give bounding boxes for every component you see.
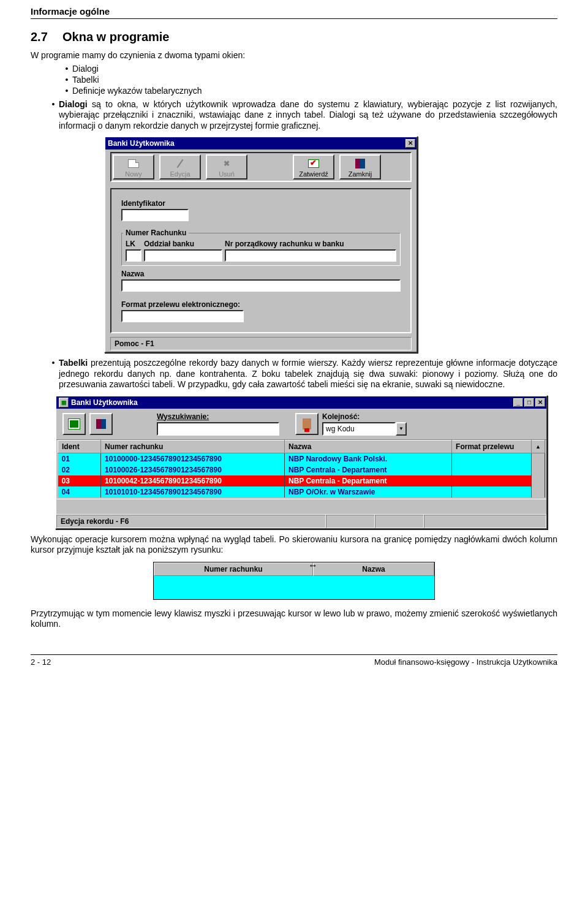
brush-button[interactable] <box>295 413 318 435</box>
door-button[interactable] <box>89 413 113 435</box>
table-row[interactable]: 0210100026-12345678901234567890NBP Centr… <box>58 464 545 475</box>
search-label: Wyszukiwanie: <box>157 412 292 421</box>
intro-bullets: •Dialogi •Tabelki •Definicje wykazów tab… <box>31 64 557 96</box>
nr-porz-label: Nr porządkowy rachunku w banku <box>225 240 396 248</box>
drag-col-nazwa: Nazwa <box>313 562 434 576</box>
maximize-icon[interactable]: □ <box>524 398 534 407</box>
identyfikator-label: Identyfikator <box>121 199 401 208</box>
grid-icon <box>68 418 80 430</box>
header-drag-figure: Numer rachunku Nazwa ↔ <box>153 562 557 600</box>
format-label: Format przelewu elektronicznego: <box>121 300 401 309</box>
tablewin-statusbar: Edycja rekordu - F6 <box>56 514 546 528</box>
status-text: Edycja rekordu - F6 <box>56 515 326 528</box>
section-title: 2.7Okna w programie <box>31 30 557 44</box>
table-row[interactable]: 0410101010-12345678901234567890NBP O/Okr… <box>58 486 545 498</box>
brush-icon <box>303 418 311 430</box>
door-icon <box>355 159 365 168</box>
dialog-screenshot: Banki Użytkownika ✕ Nowy Edycja ✖Usuń Za… <box>104 136 557 353</box>
footer-right: Moduł finansowo-księgowy - Instrukcja Uż… <box>374 657 557 667</box>
order-select[interactable] <box>322 422 396 436</box>
dialog-titlebar[interactable]: Banki Użytkownika ✕ <box>105 137 417 150</box>
pencil-icon <box>177 159 184 168</box>
para-tabelki-lead: Tabelki <box>59 358 88 368</box>
close-icon[interactable]: ✕ <box>405 139 415 148</box>
nazwa-field[interactable] <box>121 279 401 292</box>
nr-porz-field[interactable] <box>225 249 396 262</box>
tablewin-screenshot: ▦ Banki Użytkownika _ □ ✕ Wyszukiwanie: … <box>55 395 557 529</box>
grid-button[interactable] <box>62 413 86 435</box>
numer-rachunku-group: Numer Rachunku LK Oddział banku Nr porzą… <box>121 229 401 266</box>
para-after-table: Wykonując operacje kursorem można wpłyną… <box>31 534 557 556</box>
oddzial-field[interactable] <box>144 249 222 262</box>
bullet-item: Definicje wykazów tabelarycznych <box>72 86 202 96</box>
col-nazwa[interactable]: Nazwa <box>285 440 452 453</box>
doc-header: Informacje ogólne <box>31 6 557 19</box>
section-name: Okna w programie <box>62 30 170 44</box>
tablewin-titlebar[interactable]: ▦ Banki Użytkownika _ □ ✕ <box>56 396 546 409</box>
minimize-icon[interactable]: _ <box>513 398 523 407</box>
para-dialogi-block: • Dialogi są to okna, w których użytkown… <box>31 99 557 132</box>
lk-field[interactable] <box>126 249 141 262</box>
intro-text: W programie mamy do czynienia z dwoma ty… <box>31 50 557 61</box>
dialog-statusbar: Pomoc - F1 <box>110 337 412 350</box>
page-number: 2 - 12 <box>31 657 51 667</box>
order-label: Kolejność: <box>322 412 420 421</box>
close-button[interactable]: Zamknij <box>339 154 381 180</box>
check-icon <box>308 159 319 168</box>
sheet-icon <box>128 159 139 168</box>
tablewin-toolbar: Wyszukiwanie: Kolejność: ▼ <box>56 409 546 440</box>
col-format[interactable]: Format przelewu <box>452 440 532 453</box>
data-grid: Ident Numer rachunku Nazwa Format przele… <box>58 440 545 498</box>
para-tabelki: Tabelki prezentują poszczególne rekordy … <box>59 358 557 390</box>
edit-button[interactable]: Edycja <box>159 154 201 180</box>
app-icon: ▦ <box>59 398 69 407</box>
delete-button[interactable]: ✖Usuń <box>206 154 247 180</box>
bullet-item: Tabelki <box>72 75 99 85</box>
bullet-item: Dialogi <box>72 64 99 74</box>
door-icon <box>96 419 106 429</box>
para-dialogi: Dialogi są to okna, w których użytkownik… <box>59 99 557 132</box>
nazwa-label: Nazwa <box>121 270 401 278</box>
identyfikator-field[interactable] <box>121 209 189 221</box>
drag-col-numer: Numer rachunku <box>154 562 313 576</box>
chevron-down-icon[interactable]: ▼ <box>396 422 407 436</box>
page-footer: 2 - 12 Moduł finansowo-księgowy - Instru… <box>31 654 557 667</box>
resize-cursor-icon: ↔ <box>308 560 318 571</box>
para-last: Przytrzymując w tym momencie lewy klawis… <box>31 608 557 630</box>
x-icon: ✖ <box>224 159 230 168</box>
numer-rachunku-label: Numer Rachunku <box>123 229 189 237</box>
lk-label: LK <box>126 240 141 248</box>
dialog-toolbar: Nowy Edycja ✖Usuń Zatwierdź Zamknij <box>110 152 412 182</box>
new-button[interactable]: Nowy <box>113 154 154 180</box>
para-tabelki-block: • Tabelki prezentują poszczególne rekord… <box>31 358 557 390</box>
col-numer[interactable]: Numer rachunku <box>101 440 285 453</box>
close-icon[interactable]: ✕ <box>535 398 545 407</box>
section-number: 2.7 <box>31 30 62 44</box>
scroll-up-icon[interactable]: ▲ <box>532 440 545 453</box>
para-dialogi-lead: Dialogi <box>59 99 88 109</box>
oddzial-label: Oddział banku <box>144 240 222 248</box>
tablewin-title: Banki Użytkownika <box>71 398 512 407</box>
confirm-button[interactable]: Zatwierdź <box>293 154 334 180</box>
dialog-form: Identyfikator Numer Rachunku LK Oddział … <box>110 188 412 333</box>
col-ident[interactable]: Ident <box>58 440 101 453</box>
table-row[interactable]: 0110100000-12345678901234567890NBP Narod… <box>58 453 545 464</box>
dialog-title: Banki Użytkownika <box>108 139 404 148</box>
search-input[interactable] <box>157 422 279 436</box>
table-row[interactable]: 0310100042-12345678901234567890NBP Centr… <box>58 475 545 486</box>
format-field[interactable] <box>121 310 244 322</box>
